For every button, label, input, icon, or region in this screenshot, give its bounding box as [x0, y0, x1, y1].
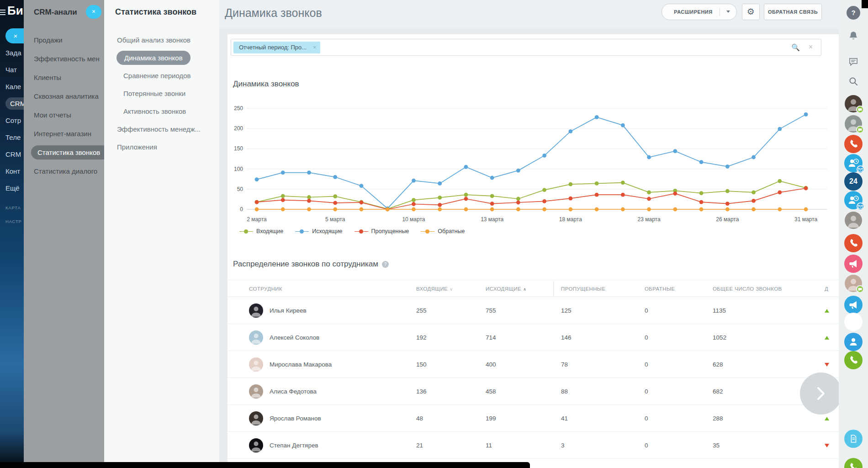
- active-menu-close-pill[interactable]: ×: [5, 28, 24, 43]
- cell-missed: 41: [561, 415, 645, 422]
- column-header-7[interactable]: Д: [825, 280, 839, 298]
- avatar: [249, 303, 263, 318]
- search-icon[interactable]: [847, 75, 859, 87]
- content-panel: Отчетный период: Про... × 🔍 × Динамика з…: [228, 34, 839, 468]
- avatar-photo: [249, 357, 263, 372]
- crm-analytics-menu-items: ПродажиЭффективность менКлиентыСквозная …: [24, 31, 104, 181]
- phone-icon-green[interactable]: [844, 351, 863, 369]
- sidebar-item-7[interactable]: CRM: [0, 146, 24, 163]
- sidebar-item-8[interactable]: Конт: [0, 163, 24, 180]
- sidebar-footer-item-1[interactable]: КАРТА: [0, 201, 24, 215]
- clear-filter-icon[interactable]: ×: [809, 43, 813, 51]
- column-header-2[interactable]: ВХОДЯЩИЕ∨: [416, 280, 486, 298]
- employee-avatar-3[interactable]: [845, 212, 862, 229]
- sidebar-item-4[interactable]: CRM: [0, 95, 24, 112]
- legend-swatch: [355, 229, 368, 234]
- table-row[interactable]: Мирослава Макарова150400780628: [228, 351, 839, 378]
- cell-incoming: 48: [416, 415, 486, 422]
- stats-menu-item-6[interactable]: Эффективность менедж...: [104, 120, 219, 138]
- chevron-right-icon: [813, 384, 829, 403]
- stats-menu-item-1[interactable]: Общий анализ звонков: [104, 31, 219, 49]
- sidebar-item-2[interactable]: Чат: [0, 61, 24, 78]
- table-row[interactable]: Степан Дегтярев21113035: [228, 432, 839, 459]
- close-menu-button[interactable]: ×: [86, 5, 101, 19]
- column-header-3[interactable]: ИСХОДЯЩИЕ∧: [486, 280, 561, 298]
- stats-menu-item-2[interactable]: Динамика звонков: [104, 49, 219, 67]
- filter-search-bar[interactable]: Отчетный период: Про... × 🔍 ×: [231, 39, 821, 56]
- stats-menu-item-5[interactable]: Активность звонков: [104, 102, 219, 120]
- person-icon-blue[interactable]: [844, 333, 863, 351]
- sidebar-item-3[interactable]: Кале: [0, 78, 24, 95]
- chat-status-badge: [856, 126, 864, 133]
- legend-item-3[interactable]: Пропущенные: [355, 228, 409, 234]
- employee-name: Алиса Федотова: [270, 388, 317, 395]
- person-clock-icon-1[interactable]: [844, 154, 863, 172]
- report-period-filter-chip[interactable]: Отчетный период: Про... ×: [233, 42, 320, 53]
- cell-total: 1052: [713, 334, 825, 341]
- column-header-6[interactable]: ОБЩЕЕ ЧИСЛО ЗВОНКОВ: [713, 280, 825, 298]
- person-clock-icon-2[interactable]: [844, 191, 863, 209]
- sort-desc-icon[interactable]: ∨: [450, 287, 453, 292]
- svg-text:26 марта: 26 марта: [716, 216, 739, 223]
- avatar: [249, 384, 263, 399]
- help-icon[interactable]: ?: [382, 261, 389, 268]
- legend-item-1[interactable]: Входящие: [239, 228, 283, 234]
- next-page-arrow-button[interactable]: [800, 372, 842, 415]
- sidebar-item-9[interactable]: Ещё: [0, 180, 24, 197]
- stats-menu-item-3[interactable]: Сравнение периодов: [104, 67, 219, 85]
- notifications-icon[interactable]: [847, 30, 859, 42]
- help-icon[interactable]: ?: [847, 6, 860, 20]
- extensions-button[interactable]: РАСШИРЕНИЯ: [662, 4, 737, 20]
- feedback-button[interactable]: ОБРАТНАЯ СВЯЗЬ: [764, 4, 822, 20]
- chip-close-icon[interactable]: ×: [313, 42, 316, 53]
- employee-avatar-4[interactable]: [845, 275, 862, 292]
- crm-menu-item-1[interactable]: Продажи: [24, 31, 104, 49]
- megaphone-icon-pink[interactable]: [844, 255, 863, 273]
- cell-callback: 0: [645, 334, 713, 341]
- doc-phone-icon[interactable]: [844, 430, 863, 448]
- crm-menu-item-3[interactable]: Клиенты: [24, 68, 104, 87]
- sidebar-footer-item-2[interactable]: НАСТР: [0, 215, 24, 229]
- sidebar-item-6[interactable]: Теле: [0, 129, 24, 146]
- table-row[interactable]: Илья Киреев25575512501135: [228, 297, 839, 324]
- crm-menu-item-8[interactable]: Статистика диалого: [24, 162, 104, 181]
- hamburger-menu-icon[interactable]: [0, 10, 5, 16]
- avatar-photo: [249, 384, 263, 399]
- crm-menu-item-4[interactable]: Сквозная аналитика: [24, 87, 104, 106]
- mail-status-badge: [857, 202, 864, 210]
- table-row[interactable]: Алиса Федотова136458880682: [228, 378, 839, 405]
- bitrix24-icon[interactable]: 24: [844, 172, 863, 191]
- search-icon[interactable]: 🔍: [791, 43, 800, 52]
- legend-item-4[interactable]: Обратные: [421, 228, 465, 234]
- avatar: [249, 330, 263, 345]
- sidebar-item-1[interactable]: Зада: [0, 44, 24, 61]
- megaphone-icon-blue[interactable]: [844, 296, 863, 314]
- phone-icon-red-2[interactable]: [844, 234, 863, 252]
- trend-down-icon: [825, 363, 829, 367]
- crm-menu-item-7[interactable]: Статистика звонков: [24, 143, 104, 162]
- column-divider: [553, 281, 554, 297]
- crm-menu-item-2[interactable]: Эффективность мен: [24, 49, 104, 68]
- column-header-4[interactable]: ПРОПУЩЕННЫЕ: [561, 280, 645, 298]
- settings-gear-button[interactable]: ⚙: [742, 4, 760, 20]
- stats-menu-item-7[interactable]: Приложения: [104, 138, 219, 156]
- legend-item-2[interactable]: Исходящие: [295, 228, 342, 234]
- employee-avatar-1[interactable]: [845, 95, 862, 112]
- sidebar-item-5[interactable]: Сотр: [0, 112, 24, 129]
- column-header-1[interactable]: СОТРУДНИК: [249, 280, 416, 298]
- sort-asc-icon[interactable]: ∧: [523, 287, 526, 292]
- crm-menu-item-5[interactable]: Мои отчеты: [24, 106, 104, 124]
- avatar-photo: [249, 411, 263, 425]
- table-row[interactable]: Алексей Соколов19271414601052: [228, 324, 839, 351]
- stats-menu-item-4[interactable]: Потерянные звонки: [104, 85, 219, 102]
- column-header-5[interactable]: ОБРАТНЫЕ: [645, 280, 713, 298]
- cell-outgoing: 400: [486, 361, 561, 368]
- chat-icon[interactable]: [847, 56, 859, 68]
- phone-icon-red-1[interactable]: [844, 135, 863, 153]
- phone-icon-green-2[interactable]: [844, 458, 863, 468]
- crm-menu-item-6[interactable]: Интернет-магазин: [24, 124, 104, 143]
- chevron-down-icon[interactable]: [726, 11, 730, 13]
- blank-circle[interactable]: [844, 313, 863, 331]
- table-row[interactable]: Ярослав Романов48199410288: [228, 405, 839, 432]
- employee-avatar-2[interactable]: [845, 115, 862, 133]
